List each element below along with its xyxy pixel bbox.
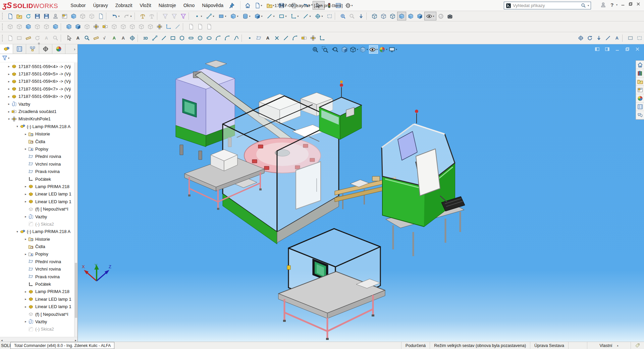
pan-view-button[interactable] [594, 34, 603, 43]
help-icon[interactable] [609, 2, 615, 8]
rotate-view-button[interactable] [585, 34, 594, 43]
tree-expander[interactable]: ▸ [23, 215, 28, 218]
configuration-selector[interactable]: Vlastní [587, 342, 631, 349]
tree-expander[interactable]: ▸ [23, 147, 28, 151]
view-shaded-button[interactable] [406, 12, 415, 20]
note-button[interactable] [73, 34, 83, 43]
pane-split-left-button[interactable] [595, 47, 600, 53]
tree-item[interactable]: Přední rovina [0, 153, 74, 160]
menu-item[interactable]: Okno [180, 0, 198, 10]
change-transparency-button[interactable] [15, 22, 24, 31]
window-close-button[interactable] [636, 2, 641, 8]
tree-expander[interactable]: ▸ [6, 72, 11, 76]
reference-plane-button[interactable] [216, 12, 228, 20]
scrollbar-thumb[interactable] [75, 263, 77, 318]
tree-item[interactable]: (f) [ Nepoužívat^I [0, 205, 74, 213]
tree-item[interactable]: ▸ Zrcadlená součást1 [0, 108, 74, 115]
tree-item[interactable]: ▸ 17187-5501-059<4> -> (Vý [0, 63, 74, 70]
measure-ruler-button[interactable] [92, 34, 101, 43]
tree-expander[interactable]: ▸ [23, 192, 28, 196]
zoom-tools-button[interactable] [338, 12, 347, 20]
menu-item[interactable]: Úpravy [89, 0, 111, 10]
print-preview-button[interactable] [96, 12, 105, 20]
featuremanager-tab[interactable] [0, 44, 13, 54]
mirror-components-button[interactable] [101, 22, 110, 31]
component-pattern-button[interactable] [92, 22, 101, 31]
save-button[interactable] [276, 1, 288, 10]
tree-item[interactable]: ▸ Lamp PRIMA 218 [0, 288, 74, 295]
tree-item[interactable]: ▸ Linear LED lamp 1 [0, 190, 74, 198]
component-tools-button[interactable] [87, 12, 96, 20]
zoom-disabled-button[interactable] [347, 12, 357, 20]
edit-appearance-button[interactable] [379, 45, 388, 54]
mirror-entities-button[interactable] [300, 34, 309, 43]
selection-filter-edges-button[interactable] [170, 12, 179, 20]
tree-expander[interactable]: ▸ [6, 80, 11, 83]
new-document-button[interactable] [252, 1, 264, 10]
hide-show-components-button[interactable] [6, 22, 15, 31]
tree-item[interactable]: ▸ 17187-5501-059<8> -> (Vý [0, 93, 74, 100]
find-references-button[interactable] [51, 34, 60, 43]
tree-item[interactable]: ▸ Vazby [0, 318, 74, 325]
view-hidden-lines-removed-button[interactable] [388, 12, 397, 20]
undo-button[interactable] [301, 1, 313, 10]
tree-expander[interactable]: ▸ [6, 87, 11, 91]
reference-geometry-button[interactable] [137, 22, 146, 31]
open-doc-button[interactable] [15, 12, 24, 20]
save-as-button[interactable] [42, 12, 51, 20]
tree-filter-button[interactable] [0, 54, 77, 62]
envelope-button[interactable] [205, 22, 214, 31]
view-settings-button[interactable] [388, 45, 397, 54]
sketch-square-button[interactable] [277, 12, 289, 20]
dimxpertmanager-tab[interactable] [39, 44, 52, 54]
view-hidden-lines-visible-button[interactable] [379, 12, 388, 20]
doc-restore-button[interactable] [625, 47, 630, 53]
sketch-settings-2-button[interactable] [635, 34, 644, 43]
tree-item[interactable]: Pravá rovina [0, 168, 74, 175]
view-orientation-button[interactable] [350, 45, 359, 54]
zoom-area-button[interactable] [320, 45, 329, 54]
renderer-button[interactable] [436, 12, 445, 20]
sketch-line-button[interactable] [150, 34, 159, 43]
tree-expander[interactable]: ▸ [23, 237, 28, 241]
tree-expander[interactable]: ▾ [6, 117, 11, 121]
configurationmanager-tab[interactable] [26, 44, 39, 54]
custom-properties-tag-button[interactable] [631, 342, 644, 349]
insert-component-button[interactable] [64, 22, 73, 31]
panel-splitter-handle[interactable] [38, 43, 40, 45]
tree-item[interactable]: ▸ Historie [0, 130, 74, 138]
command-search-input[interactable] [513, 3, 579, 8]
sketch-ellipse-button[interactable] [205, 34, 214, 43]
tree-expander[interactable]: ▸ [23, 200, 28, 203]
tree-item[interactable]: Počátek [0, 280, 74, 288]
tab-overflow-button[interactable] [72, 44, 77, 54]
print-button[interactable] [288, 1, 301, 10]
tree-item[interactable]: ▸ Linear LED lamp 1 [0, 198, 74, 205]
tree-expander[interactable]: ▸ [23, 305, 28, 308]
sketch-line-button[interactable] [265, 12, 277, 20]
spell-check-button[interactable] [110, 34, 119, 43]
menu-item[interactable]: Zobrazit [112, 0, 136, 10]
split-body-button[interactable] [253, 12, 265, 20]
view-shaded-with-edges-button[interactable] [397, 12, 406, 20]
select-tool-button[interactable] [313, 1, 325, 10]
taskpane-forum-tab[interactable] [636, 111, 644, 119]
tree-item[interactable]: Pravá rovina [0, 273, 74, 280]
open-button[interactable] [264, 1, 276, 10]
pin-toolbar-button[interactable] [227, 1, 236, 10]
propertymanager-tab[interactable] [13, 44, 26, 54]
displaymanager-tab[interactable] [52, 44, 65, 54]
smart-fasteners-button[interactable] [83, 22, 92, 31]
window-minimize-button[interactable] [621, 2, 625, 8]
sketch-point-button[interactable] [245, 34, 254, 43]
selection-filter-vertices-button[interactable] [161, 12, 170, 20]
explode-line-sketch-button[interactable] [164, 22, 173, 31]
menu-item[interactable]: Vložit [136, 0, 155, 10]
display-settings-button[interactable] [424, 12, 436, 20]
sketch-slot-button[interactable] [186, 34, 196, 43]
section-view-button[interactable] [415, 12, 424, 20]
view-wireframe-button[interactable] [370, 12, 379, 20]
3d-sketch-button[interactable] [141, 34, 150, 43]
taskpane-custom-properties-tab[interactable] [636, 103, 644, 111]
make-drawing-button[interactable] [69, 12, 78, 20]
